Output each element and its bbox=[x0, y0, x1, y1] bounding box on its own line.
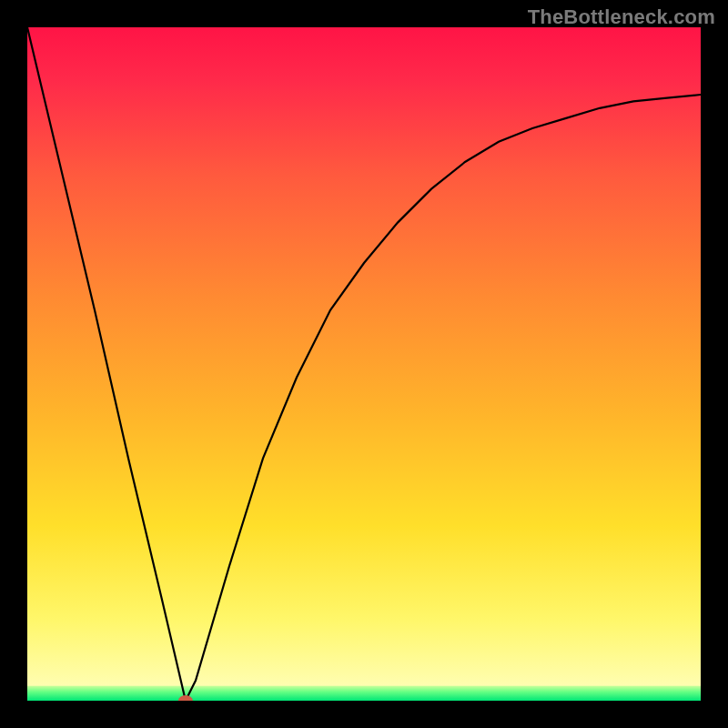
gradient-background bbox=[27, 27, 701, 701]
chart-container: TheBottleneck.com bbox=[0, 0, 728, 728]
green-band bbox=[27, 686, 701, 701]
chart-svg bbox=[27, 27, 701, 701]
plot-area bbox=[27, 27, 701, 701]
watermark-text: TheBottleneck.com bbox=[528, 5, 715, 29]
